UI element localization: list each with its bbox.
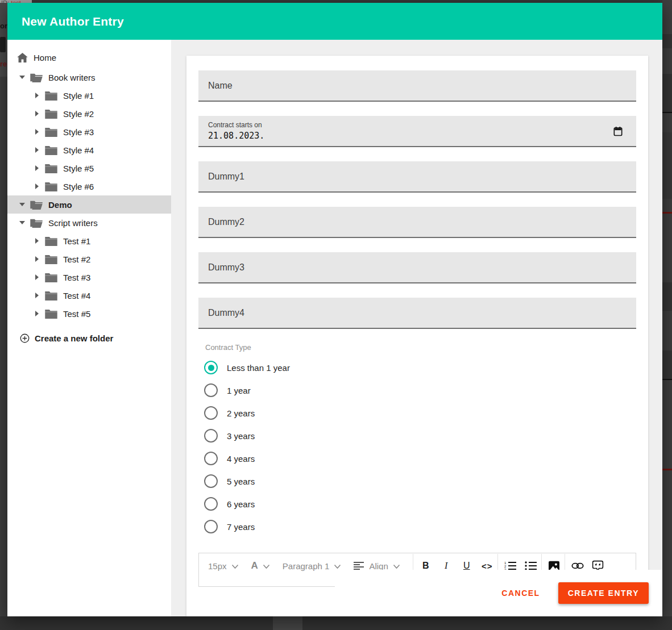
background-block — [662, 74, 672, 113]
paragraph-style-dropdown[interactable]: Paragraph 1 — [283, 561, 342, 571]
caret-right-icon[interactable] — [34, 238, 40, 244]
radio-option-label: 7 years — [227, 522, 255, 532]
align-dropdown[interactable]: Align — [354, 561, 400, 571]
caret-down-icon[interactable] — [19, 203, 26, 206]
caret-right-icon[interactable] — [34, 311, 40, 316]
radio-circle-icon[interactable] — [204, 497, 218, 511]
create-folder-button[interactable]: Create a new folder — [7, 329, 171, 347]
font-size-dropdown[interactable]: 15px — [208, 561, 239, 571]
background-bottom-strip — [0, 616, 672, 630]
background-text-fragment: re — [0, 60, 7, 68]
radio-option-6-years[interactable]: 6 years — [198, 493, 636, 515]
background-right-strip — [662, 0, 672, 630]
tree-item-book-writers[interactable]: Book writers — [7, 68, 171, 86]
tree-item-test-5[interactable]: Test #5 — [7, 304, 171, 323]
new-author-entry-dialog: New Author Entry Home Book writersStyle … — [7, 3, 662, 616]
radio-option-3-years[interactable]: 3 years — [198, 424, 636, 447]
tree-item-test-1[interactable]: Test #1 — [7, 232, 171, 250]
radio-circle-icon[interactable] — [204, 474, 218, 488]
background-text-fragment: or — [0, 22, 7, 30]
caret-right-icon[interactable] — [34, 165, 40, 171]
tree-item-label: Style #3 — [63, 127, 94, 137]
tree-item-test-4[interactable]: Test #4 — [7, 286, 171, 304]
folder-icon — [45, 182, 57, 191]
dummy-field-3[interactable]: Dummy3 — [198, 252, 636, 283]
folder-tree: Book writersStyle #1Style #2Style #3Styl… — [7, 68, 171, 323]
field-placeholder: Dummy1 — [208, 172, 244, 182]
radio-option-1-year[interactable]: 1 year — [198, 379, 636, 402]
background-left-strip: or re — [0, 3, 7, 630]
tree-item-style-2[interactable]: Style #2 — [7, 105, 171, 123]
caret-down-icon[interactable] — [19, 76, 26, 79]
sidebar-item-home[interactable]: Home — [7, 49, 171, 66]
caret-right-icon[interactable] — [34, 93, 40, 98]
radio-option-5-years[interactable]: 5 years — [198, 470, 636, 493]
create-entry-button[interactable]: CREATE ENTRY — [558, 582, 649, 604]
radio-option-7-years[interactable]: 7 years — [198, 515, 636, 538]
caret-right-icon[interactable] — [34, 256, 40, 262]
caret-right-icon[interactable] — [34, 274, 40, 280]
folder-icon — [45, 127, 57, 137]
tree-item-style-5[interactable]: Style #5 — [7, 159, 171, 177]
radio-circle-icon[interactable] — [204, 429, 218, 443]
tree-item-label: Test #3 — [63, 273, 90, 282]
tree-item-label: Test #4 — [63, 291, 90, 301]
tree-item-label: Script writers — [48, 218, 98, 228]
tree-item-test-3[interactable]: Test #3 — [7, 268, 171, 286]
caret-down-icon[interactable] — [19, 221, 26, 224]
radio-circle-icon[interactable] — [204, 452, 218, 465]
folder-icon — [45, 236, 57, 246]
contract-type-radio-group: Less than 1 year1 year2 years3 years4 ye… — [198, 356, 636, 538]
tree-item-test-2[interactable]: Test #2 — [7, 250, 171, 268]
radio-option-2-years[interactable]: 2 years — [198, 402, 636, 424]
name-field[interactable]: Name — [198, 70, 636, 102]
background-block — [662, 282, 672, 311]
name-placeholder: Name — [208, 81, 233, 91]
chevron-down-icon — [263, 564, 270, 569]
dummy-field-4[interactable]: Dummy4 — [198, 298, 636, 329]
tree-item-demo[interactable]: Demo — [7, 195, 171, 214]
cancel-button[interactable]: CANCEL — [498, 588, 543, 598]
dummy-field-2[interactable]: Dummy2 — [198, 207, 636, 238]
tree-item-style-3[interactable]: Style #3 — [7, 123, 171, 141]
tree-item-label: Test #1 — [63, 236, 90, 246]
folder-icon — [45, 273, 57, 282]
contract-start-date-field[interactable]: Contract starts on 21.08.2023. — [198, 116, 636, 147]
dummy-field-1[interactable]: Dummy1 — [198, 161, 636, 193]
home-icon — [17, 53, 28, 62]
background-bottom-block — [273, 616, 302, 630]
chevron-down-icon — [334, 564, 341, 569]
caret-right-icon[interactable] — [34, 147, 40, 153]
background-block — [662, 351, 672, 380]
radio-option-label: 2 years — [227, 408, 255, 418]
tree-item-script-writers[interactable]: Script writers — [7, 214, 171, 232]
font-family-dropdown[interactable]: A — [251, 560, 270, 571]
radio-circle-icon[interactable] — [204, 361, 218, 374]
tree-item-style-1[interactable]: Style #1 — [7, 86, 171, 105]
chevron-down-icon — [231, 564, 239, 569]
background-red-line — [662, 469, 672, 470]
dialog-footer: CANCEL CREATE ENTRY — [335, 570, 662, 616]
radio-option-4-years[interactable]: 4 years — [198, 447, 636, 470]
tree-item-label: Style #4 — [63, 145, 94, 155]
align-label: Align — [369, 561, 388, 571]
tree-item-style-6[interactable]: Style #6 — [7, 177, 171, 195]
background-square-fragment — [0, 37, 6, 52]
caret-right-icon[interactable] — [34, 183, 40, 189]
dialog-title: New Author Entry — [22, 15, 124, 28]
tree-item-label: Demo — [48, 200, 72, 210]
tree-item-label: Style #1 — [63, 91, 94, 101]
caret-right-icon[interactable] — [34, 293, 40, 298]
tree-item-style-4[interactable]: Style #4 — [7, 141, 171, 159]
folder-open-icon — [30, 218, 43, 228]
caret-right-icon[interactable] — [34, 111, 40, 116]
radio-circle-icon[interactable] — [204, 383, 218, 397]
font-button-label: A — [251, 560, 258, 571]
radio-circle-icon[interactable] — [204, 520, 218, 533]
radio-circle-icon[interactable] — [204, 406, 218, 420]
paragraph-style-value: Paragraph 1 — [283, 561, 330, 571]
folder-icon — [45, 254, 57, 264]
radio-option-less-than-1-year[interactable]: Less than 1 year — [198, 356, 636, 379]
calendar-icon[interactable] — [612, 126, 624, 139]
caret-right-icon[interactable] — [34, 129, 40, 135]
